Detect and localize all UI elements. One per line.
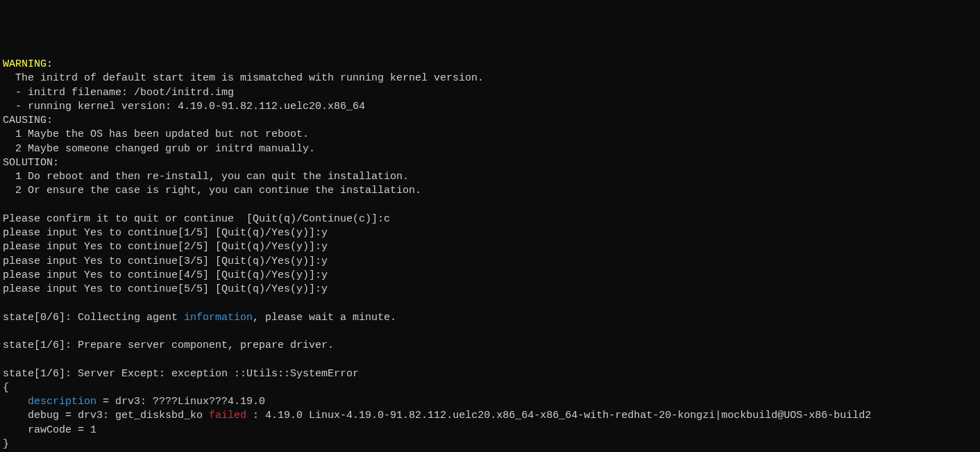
error-brace-close: } [3,438,9,450]
solution-line1: 1 Do reboot and then re-install, you can… [3,171,409,183]
error-rawcode: rawCode = 1 [3,424,96,436]
error-debug-failed: failed [209,410,246,421]
confirm-input-1: please input Yes to continue[1/5] [Quit(… [3,227,328,239]
state-1: state[1/6]: Prepare server component, pr… [3,340,334,351]
error-debug-prefix: debug = drv3: get_disksbd_ko [3,410,209,421]
warning-line1: The initrd of default start item is mism… [3,72,484,84]
solution-header: SOLUTION: [3,157,59,169]
state-1b: state[1/6]: Server Except: exception ::U… [3,368,359,380]
warning-line2: - initrd filename: /boot/initrd.img [3,87,234,99]
confirm-input-3: please input Yes to continue[3/5] [Quit(… [3,256,328,267]
causing-line1: 1 Maybe the OS has been updated but not … [3,128,309,140]
error-description-val: = drv3: ????Linux???4.19.0 [96,396,265,408]
confirm-input-4: please input Yes to continue[4/5] [Quit(… [3,269,328,281]
causing-header: CAUSING: [3,115,53,126]
confirm-prompt: Please confirm it to quit or continue [Q… [3,213,390,225]
warning-line3: - running kernel version: 4.19.0-91.82.1… [3,101,365,112]
causing-line2: 2 Maybe someone changed grub or initrd m… [3,143,315,155]
state-0-information: information [184,312,253,324]
state-0-suffix: , please wait a minute. [253,312,396,324]
confirm-input-2: please input Yes to continue[2/5] [Quit(… [3,241,328,253]
confirm-input-5: please input Yes to continue[5/5] [Quit(… [3,283,328,295]
error-debug-suffix: : 4.19.0 Linux-4.19.0-91.82.112.uelc20.x… [246,410,871,421]
solution-line2: 2 Or ensure the case is right, you can c… [3,185,421,196]
state-0-prefix: state[0/6]: Collecting agent [3,312,184,324]
terminal-output: WARNING: The initrd of default start ite… [3,58,977,452]
error-description-key: description [3,396,96,408]
warning-header: WARNING: [3,58,53,70]
error-brace-open: { [3,382,9,394]
